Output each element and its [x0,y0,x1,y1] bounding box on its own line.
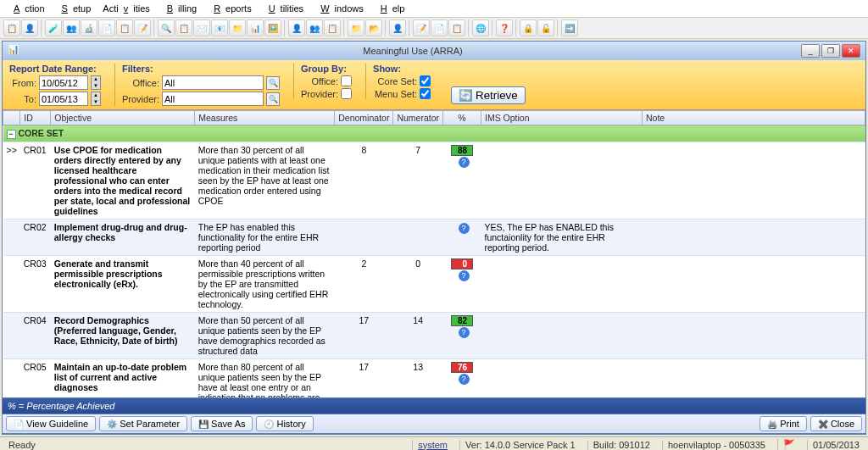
maximize-button[interactable]: ❐ [821,44,840,58]
filters-title: Filters: [122,64,280,74]
from-date-input[interactable] [39,75,88,90]
menu-setup[interactable]: Setup [52,2,97,15]
menu-utilities[interactable]: Utilities [259,2,309,15]
toolbar-btn-12[interactable]: 📧 [211,19,228,36]
toolbar-btn-10[interactable]: 📋 [175,19,192,36]
view-guideline-button[interactable]: 📄View Guideline [6,416,96,431]
cell-numerator: 14 [393,313,443,359]
table-row[interactable]: CR03Generate and transmit permissible pr… [3,256,865,313]
toolbar-btn-4[interactable]: 👥 [63,19,80,36]
filters-panel: Report Date Range: From: ▲▼ To: ▲▼ Filte… [3,60,865,110]
close-button[interactable]: ✖️Close [810,416,862,431]
toolbar-btn-7[interactable]: 📋 [116,19,133,36]
retrieve-button[interactable]: 🔄 Retrieve [451,86,526,104]
toolbar-btn-29[interactable]: ➡️ [561,19,578,36]
menu-help[interactable]: Help [370,2,410,15]
toolbar-btn-16[interactable]: 👤 [288,19,305,36]
table-row[interactable]: CR05Maintain an up-to-date problem list … [3,359,865,399]
toolbar-btn-3[interactable]: 🧪 [45,19,62,36]
save-as-button[interactable]: 💾Save As [191,416,253,431]
toolbar-btn-18[interactable]: 📋 [324,19,341,36]
group-provider-checkbox[interactable] [341,88,352,99]
status-ready: Ready [3,440,405,450]
row-pointer [3,219,20,256]
help-icon[interactable]: ? [459,374,470,385]
col-id[interactable]: ID [20,111,51,125]
section-row[interactable]: −CORE SET [3,125,865,142]
office-combo[interactable] [162,75,264,90]
toolbar-btn-24[interactable]: 📋 [448,19,465,36]
gear-icon: ⚙️ [107,419,117,429]
provider-lookup-button[interactable]: 🔍 [266,92,280,106]
toolbar-btn-23[interactable]: 📄 [431,19,448,36]
toolbar-btn-21[interactable]: 👤 [389,19,406,36]
toolbar-btn-28[interactable]: 🔓 [537,19,554,36]
group-office-checkbox[interactable] [341,75,352,86]
show-menu-checkbox[interactable] [420,88,431,99]
toolbar-btn-1[interactable]: 📋 [3,19,20,36]
toolbar-btn-25[interactable]: 🌐 [472,19,489,36]
cell-measures: More than 80 percent of all unique patie… [195,359,335,399]
status-system-link[interactable]: system [412,440,453,450]
retrieve-group: 🔄 Retrieve [444,86,532,106]
date-range-title: Report Date Range: [9,64,101,74]
toolbar-btn-14[interactable]: 📊 [247,19,264,36]
toolbar-btn-17[interactable]: 👥 [306,19,323,36]
toolbar-btn-6[interactable]: 📄 [98,19,115,36]
table-row[interactable]: CR04Record Demographics (Preferred langu… [3,313,865,359]
to-date-spinner[interactable]: ▲▼ [91,92,101,106]
help-icon[interactable]: ? [459,157,470,168]
col-pointer[interactable] [3,111,20,125]
toolbar-btn-13[interactable]: 📁 [229,19,246,36]
toolbar-btn-20[interactable]: 📂 [365,19,382,36]
col-percent[interactable]: % [443,111,481,125]
cell-note [643,256,865,313]
menu-activities[interactable]: Activities [97,2,154,15]
menu-billing[interactable]: Billing [157,2,202,15]
grid-container[interactable]: ID Objective Measures Denominator Numera… [3,110,865,398]
col-note[interactable]: Note [643,111,865,125]
col-measures[interactable]: Measures [195,111,335,125]
cell-numerator: 13 [393,359,443,399]
close-label: Close [831,419,854,429]
minimize-button[interactable]: _ [801,44,820,58]
cell-objective: Generate and transmit permissible prescr… [51,256,195,313]
section-label: CORE SET [19,128,64,138]
toolbar-btn-27[interactable]: 🔒 [520,19,537,36]
from-date-spinner[interactable]: ▲▼ [91,75,101,90]
window-icon: 📊 [8,44,21,58]
set-parameter-button[interactable]: ⚙️Set Parameter [99,416,187,431]
toolbar-btn-26[interactable]: ❓ [496,19,513,36]
toolbar-btn-22[interactable]: 📝 [413,19,430,36]
to-date-input[interactable] [39,92,88,106]
toolbar-btn-19[interactable]: 📁 [348,19,364,36]
toolbar-btn-8[interactable]: 📝 [134,19,151,36]
table-row[interactable]: >>CR01Use CPOE for medication orders dir… [3,142,865,219]
help-icon[interactable]: ? [459,327,470,338]
toolbar-btn-2[interactable]: 👤 [21,19,38,36]
cell-ims [481,256,643,313]
history-button[interactable]: 🕘History [256,416,313,431]
print-button[interactable]: 🖨️Print [760,416,807,431]
save-as-label: Save As [211,419,245,429]
table-row[interactable]: CR02Implement drug-drug and drug-allergy… [3,219,865,256]
help-icon[interactable]: ? [459,270,470,281]
toolbar-btn-9[interactable]: 🔍 [158,19,175,36]
help-icon[interactable]: ? [459,223,470,234]
toolbar-btn-11[interactable]: ✉️ [193,19,210,36]
col-objective[interactable]: Objective [51,111,195,125]
toolbar-btn-15[interactable]: 🖼️ [264,19,281,36]
col-ims[interactable]: IMS Option [481,111,643,125]
menu-windows[interactable]: Windows [310,2,369,15]
close-window-button[interactable]: ✕ [842,44,860,58]
show-core-checkbox[interactable] [420,75,431,86]
cell-id: CR04 [20,313,51,359]
provider-combo[interactable] [162,92,264,106]
menu-reports[interactable]: Reports [203,2,257,15]
office-lookup-button[interactable]: 🔍 [266,76,280,90]
toolbar-btn-5[interactable]: 🔬 [81,19,97,36]
section-toggle-icon[interactable]: − [7,130,16,139]
col-numerator[interactable]: Numerator [393,111,443,125]
menu-action[interactable]: Action [3,2,50,15]
col-denominator[interactable]: Denominator [335,111,393,125]
